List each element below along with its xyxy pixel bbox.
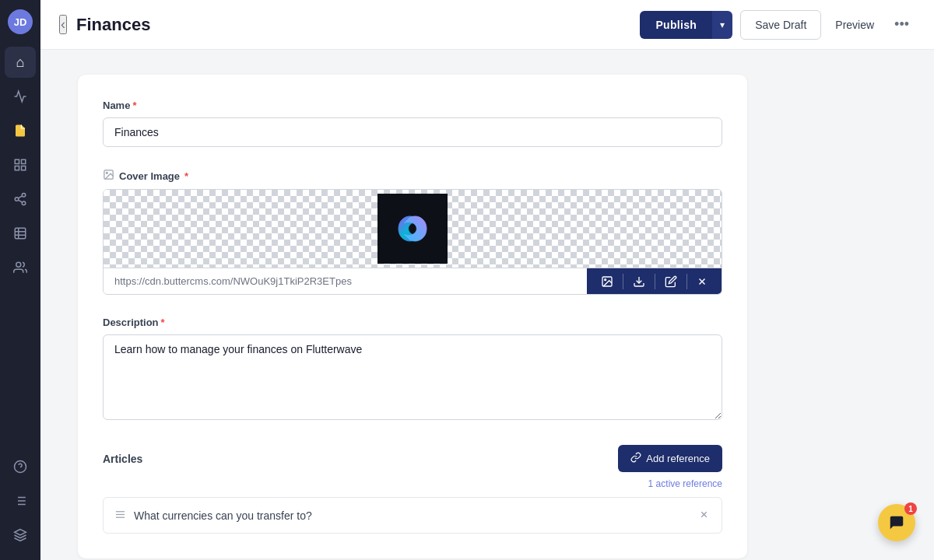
save-draft-button[interactable]: Save Draft [740,10,821,40]
reference-remove-button[interactable] [697,507,711,523]
name-field-group: Name* [103,100,722,147]
description-label: Description* [103,317,722,328]
sidebar-item-users[interactable] [5,252,36,283]
svg-point-27 [605,278,606,280]
publish-dropdown-button[interactable]: ▾ [712,11,732,39]
sidebar-item-pages[interactable] [5,115,36,146]
cover-image-label: Cover Image* [119,170,188,182]
svg-rect-3 [22,166,26,170]
publish-button-group: Publish ▾ [640,11,732,39]
sidebar-item-layers[interactable] [5,520,36,551]
logo-svg [377,194,448,264]
name-input[interactable] [103,117,722,147]
description-field-group: Description* Learn how to manage your fi… [103,317,722,423]
preview-button[interactable]: Preview [829,11,880,39]
svg-point-5 [15,198,19,201]
image-preview-area [104,190,722,268]
svg-line-8 [18,196,22,198]
more-options-button[interactable]: ••• [888,10,915,39]
sidebar-item-list[interactable] [5,485,36,516]
add-reference-button[interactable]: Add reference [618,445,722,472]
articles-section: Articles Add reference 1 active referenc… [103,445,722,534]
svg-rect-1 [22,159,26,163]
chat-icon [888,514,905,531]
image-edit-button[interactable] [657,269,685,294]
image-upload-button[interactable] [593,269,621,294]
form-card: Name* Cover Image* [78,75,747,558]
main-content: ‹ Finances Publish ▾ Save Draft Preview … [40,0,934,560]
content-area: Name* Cover Image* [40,50,934,560]
sidebar-item-home[interactable]: ⌂ [5,47,36,78]
sidebar: JD ⌂ [0,0,40,560]
svg-point-24 [106,172,107,173]
image-action-bar [587,268,722,294]
topbar: ‹ Finances Publish ▾ Save Draft Preview … [40,0,934,50]
publish-button[interactable]: Publish [640,11,712,39]
active-reference-count: 1 active reference [103,478,722,489]
articles-label: Articles [103,453,142,465]
chat-bubble[interactable]: 1 [878,504,915,541]
back-button[interactable]: ‹ [59,15,67,34]
image-download-button[interactable] [625,269,653,294]
sidebar-item-reports[interactable] [5,218,36,249]
divider [655,274,655,289]
svg-marker-22 [15,530,26,536]
svg-line-7 [18,200,22,202]
sidebar-item-connections[interactable] [5,184,36,215]
sidebar-item-activity[interactable] [5,81,36,112]
svg-point-13 [16,262,21,267]
description-textarea[interactable]: Learn how to manage your finances on Flu… [103,334,722,420]
image-url-bar [104,268,722,294]
chat-badge: 1 [904,502,917,515]
svg-point-4 [22,194,26,198]
page-title: Finances [76,15,640,35]
sidebar-item-grid[interactable] [5,149,36,180]
hamburger-icon [114,509,126,523]
image-upload-container [103,189,722,295]
reference-item: What currencies can you transfer to? [103,497,722,534]
svg-point-6 [22,201,26,205]
image-remove-button[interactable] [689,270,715,293]
link-icon [630,452,641,465]
articles-header: Articles Add reference [103,445,722,472]
divider [623,274,623,289]
svg-rect-25 [377,194,448,264]
cover-image-preview [358,190,467,268]
reference-item-content: What currencies can you transfer to? [114,509,312,523]
svg-rect-9 [15,228,26,239]
svg-rect-0 [15,159,19,163]
avatar: JD [8,9,33,34]
sidebar-item-help[interactable] [5,451,36,482]
topbar-actions: Publish ▾ Save Draft Preview ••• [640,10,915,40]
image-url-input[interactable] [104,268,587,294]
cover-image-field-group: Cover Image* [103,169,722,295]
cover-image-label-row: Cover Image* [103,169,722,183]
image-icon [103,169,114,183]
svg-rect-2 [15,166,19,170]
reference-item-text: What currencies can you transfer to? [134,509,312,522]
name-label: Name* [103,100,722,111]
divider [686,274,687,289]
